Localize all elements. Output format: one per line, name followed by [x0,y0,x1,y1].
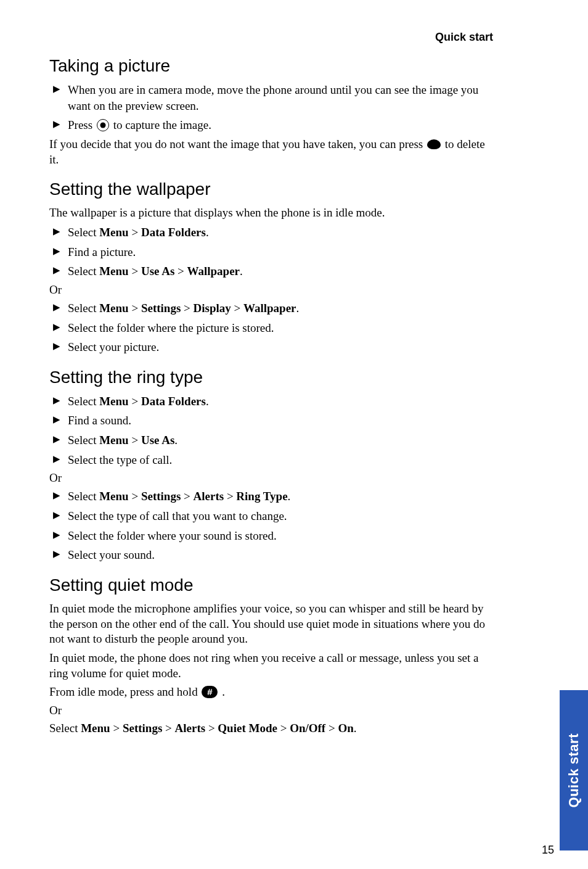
separator: > [129,490,141,503]
separator: > [129,302,141,315]
menu-label: Data Folders [141,226,206,239]
list-item: Select the type of call. [49,452,493,468]
paragraph: The wallpaper is a picture that displays… [49,205,493,221]
menu-label: On [338,722,353,735]
list-ring-a: Select Menu > Data Folders. Find a sound… [49,393,493,468]
separator: > [224,490,236,503]
heading-wallpaper: Setting the wallpaper [49,179,493,199]
separator: > [181,490,193,503]
paragraph: From idle mode, press and hold . [49,685,493,700]
menu-label: Menu [99,434,129,447]
separator: > [129,226,141,239]
separator: > [129,265,141,278]
list-item: Select Menu > Settings > Display > Wallp… [49,300,493,316]
menu-label: Ring Type [236,490,287,503]
list-item: When you are in camera mode, move the ph… [49,82,493,113]
list-item: Select Menu > Data Folders. [49,224,493,241]
sidebar-tab: Quick start [560,690,588,850]
list-item: Select your sound. [49,547,493,563]
text: . [206,395,209,408]
menu-label: Use As [141,265,174,278]
page-content: Quick start Taking a picture When you ar… [0,0,530,765]
camera-button-icon [97,119,109,131]
separator: > [110,722,123,735]
list-item: Find a picture. [49,244,493,260]
sidebar-tab-label: Quick start [566,733,582,807]
text: Press [68,118,96,131]
menu-label: Display [194,302,231,315]
text: Select [68,302,99,315]
paragraph: In quiet mode the microphone amplifies y… [49,601,493,647]
menu-label: Settings [141,302,181,315]
list-item: Select Menu > Settings > Alerts > Ring T… [49,488,493,505]
menu-label: Menu [99,226,129,239]
or-label: Or [49,704,493,717]
menu-label: Quiet Mode [218,722,277,735]
menu-label: Menu [99,490,129,503]
list-item: Select the folder where your sound is st… [49,528,493,544]
menu-label: Use As [141,434,174,447]
text: . [219,685,225,698]
text: If you decide that you do not want the i… [49,138,426,150]
heading-quiet-mode: Setting quiet mode [49,575,493,595]
text: Select [68,490,99,503]
separator: > [205,722,218,735]
delete-key-icon [427,139,441,149]
menu-label: Settings [123,722,162,735]
text: . [354,722,357,735]
text: . [240,265,243,278]
list-wallpaper-a: Select Menu > Data Folders. Find a pictu… [49,224,493,279]
list-item: Select the folder where the picture is s… [49,320,493,336]
text: Select [68,226,99,239]
list-item: Press to capture the image. [49,117,493,133]
paragraph: Select Menu > Settings > Alerts > Quiet … [49,721,493,736]
header-title: Quick start [49,31,493,44]
menu-label: Data Folders [141,395,206,408]
separator: > [325,722,338,735]
separator: > [129,434,141,447]
menu-label: Menu [99,265,129,278]
separator: > [129,395,141,408]
text: Select [68,434,99,447]
list-item: Find a sound. [49,413,493,429]
menu-label: Alerts [194,490,224,503]
list-ring-b: Select Menu > Settings > Alerts > Ring T… [49,488,493,563]
heading-ring-type: Setting the ring type [49,368,493,387]
text: Select [68,265,99,278]
separator: > [174,265,187,278]
menu-label: Alerts [175,722,206,735]
or-label: Or [49,471,493,485]
list-taking-picture: When you are in camera mode, move the ph… [49,82,493,133]
list-wallpaper-b: Select Menu > Settings > Display > Wallp… [49,300,493,355]
hash-key-icon [202,686,218,698]
text: Select [68,395,99,408]
separator: > [277,722,290,735]
list-item: Select Menu > Data Folders. [49,393,493,410]
menu-label: Settings [141,490,181,503]
text: . [174,434,178,447]
heading-taking-picture: Taking a picture [49,56,493,76]
menu-label: Wallpaper [243,302,296,315]
text: . [296,302,300,315]
menu-label: Menu [99,395,129,408]
list-item: Select the type of call that you want to… [49,508,493,524]
menu-label: On/Off [290,722,325,735]
list-item: Select your picture. [49,339,493,355]
text: . [288,490,291,503]
paragraph: If you decide that you do not want the i… [49,137,493,167]
text: to capture the image. [110,118,211,131]
list-item: Select Menu > Use As. [49,432,493,448]
separator: > [231,302,243,315]
menu-label: Menu [81,722,110,735]
or-label: Or [49,283,493,297]
text: . [206,226,209,239]
text: From idle mode, press and hold [49,685,200,698]
text: Select [49,722,81,735]
menu-label: Wallpaper [187,265,240,278]
menu-label: Menu [99,302,129,315]
page-number: 15 [542,844,554,857]
paragraph: In quiet mode, the phone does not ring w… [49,651,493,681]
list-item: Select Menu > Use As > Wallpaper. [49,263,493,279]
separator: > [181,302,193,315]
separator: > [162,722,174,735]
